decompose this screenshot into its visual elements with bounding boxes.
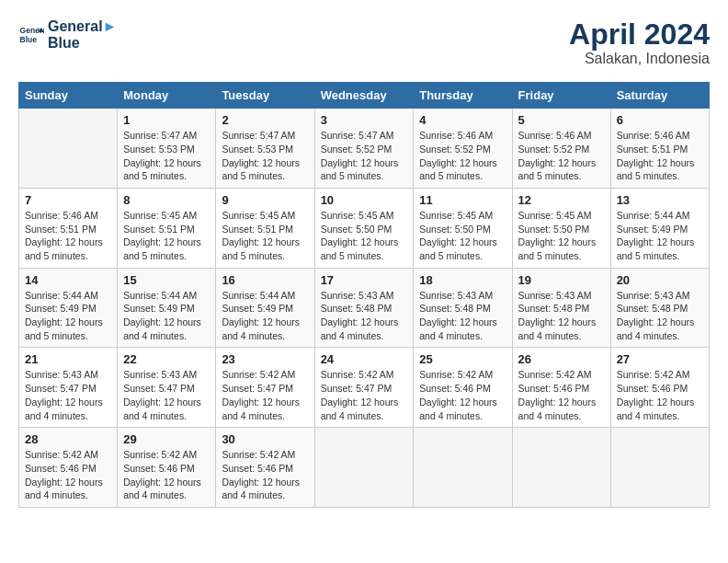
day-number: 22 bbox=[123, 352, 210, 366]
logo-text: General► bbox=[48, 18, 117, 35]
day-number: 18 bbox=[419, 273, 506, 287]
day-number: 6 bbox=[617, 113, 703, 127]
calendar-cell: 5Sunrise: 5:46 AM Sunset: 5:52 PM Daylig… bbox=[512, 109, 610, 189]
day-info: Sunrise: 5:42 AM Sunset: 5:47 PM Dayligh… bbox=[321, 368, 408, 422]
day-info: Sunrise: 5:42 AM Sunset: 5:46 PM Dayligh… bbox=[419, 368, 506, 422]
day-info: Sunrise: 5:46 AM Sunset: 5:52 PM Dayligh… bbox=[419, 129, 506, 183]
calendar-cell bbox=[610, 428, 709, 508]
calendar-cell: 7Sunrise: 5:46 AM Sunset: 5:51 PM Daylig… bbox=[19, 188, 118, 268]
weekday-header: Sunday bbox=[19, 83, 118, 109]
day-number: 25 bbox=[419, 352, 506, 366]
day-info: Sunrise: 5:47 AM Sunset: 5:53 PM Dayligh… bbox=[123, 129, 210, 183]
header-row: SundayMondayTuesdayWednesdayThursdayFrid… bbox=[19, 83, 710, 109]
calendar-cell: 10Sunrise: 5:45 AM Sunset: 5:50 PM Dayli… bbox=[314, 188, 414, 268]
day-info: Sunrise: 5:46 AM Sunset: 5:51 PM Dayligh… bbox=[25, 209, 111, 263]
calendar-cell: 27Sunrise: 5:42 AM Sunset: 5:46 PM Dayli… bbox=[610, 348, 709, 428]
day-info: Sunrise: 5:45 AM Sunset: 5:50 PM Dayligh… bbox=[321, 209, 408, 263]
day-number: 12 bbox=[518, 193, 605, 207]
calendar-cell: 8Sunrise: 5:45 AM Sunset: 5:51 PM Daylig… bbox=[118, 188, 216, 268]
calendar-cell bbox=[19, 109, 118, 189]
day-info: Sunrise: 5:43 AM Sunset: 5:47 PM Dayligh… bbox=[123, 368, 210, 422]
calendar-header: SundayMondayTuesdayWednesdayThursdayFrid… bbox=[19, 83, 710, 109]
day-info: Sunrise: 5:45 AM Sunset: 5:50 PM Dayligh… bbox=[518, 209, 605, 263]
day-info: Sunrise: 5:43 AM Sunset: 5:47 PM Dayligh… bbox=[25, 368, 111, 422]
day-info: Sunrise: 5:43 AM Sunset: 5:48 PM Dayligh… bbox=[321, 289, 408, 343]
calendar-cell: 6Sunrise: 5:46 AM Sunset: 5:51 PM Daylig… bbox=[610, 109, 709, 189]
day-info: Sunrise: 5:45 AM Sunset: 5:51 PM Dayligh… bbox=[123, 209, 210, 263]
calendar-cell: 21Sunrise: 5:43 AM Sunset: 5:47 PM Dayli… bbox=[19, 348, 118, 428]
calendar-cell: 3Sunrise: 5:47 AM Sunset: 5:52 PM Daylig… bbox=[314, 109, 414, 189]
title-block: April 2024 Salakan, Indonesia bbox=[569, 18, 710, 67]
calendar-week-row: 21Sunrise: 5:43 AM Sunset: 5:47 PM Dayli… bbox=[19, 348, 710, 428]
calendar-cell: 9Sunrise: 5:45 AM Sunset: 5:51 PM Daylig… bbox=[216, 188, 314, 268]
day-info: Sunrise: 5:46 AM Sunset: 5:51 PM Dayligh… bbox=[617, 129, 703, 183]
calendar-week-row: 1Sunrise: 5:47 AM Sunset: 5:53 PM Daylig… bbox=[19, 109, 710, 189]
day-info: Sunrise: 5:42 AM Sunset: 5:46 PM Dayligh… bbox=[518, 368, 605, 422]
day-number: 11 bbox=[419, 193, 506, 207]
svg-text:Blue: Blue bbox=[20, 34, 38, 43]
calendar-cell: 18Sunrise: 5:43 AM Sunset: 5:48 PM Dayli… bbox=[414, 268, 512, 348]
day-number: 5 bbox=[518, 113, 605, 127]
day-number: 24 bbox=[321, 352, 408, 366]
calendar-cell: 4Sunrise: 5:46 AM Sunset: 5:52 PM Daylig… bbox=[414, 109, 512, 189]
day-number: 30 bbox=[222, 432, 308, 446]
day-number: 8 bbox=[123, 193, 210, 207]
calendar-cell: 2Sunrise: 5:47 AM Sunset: 5:53 PM Daylig… bbox=[216, 109, 314, 189]
logo-icon: General Blue bbox=[18, 22, 44, 48]
day-info: Sunrise: 5:42 AM Sunset: 5:46 PM Dayligh… bbox=[617, 368, 703, 422]
calendar-cell: 23Sunrise: 5:42 AM Sunset: 5:47 PM Dayli… bbox=[216, 348, 314, 428]
calendar-cell bbox=[512, 428, 610, 508]
calendar-cell: 26Sunrise: 5:42 AM Sunset: 5:46 PM Dayli… bbox=[512, 348, 610, 428]
day-info: Sunrise: 5:47 AM Sunset: 5:53 PM Dayligh… bbox=[222, 129, 308, 183]
day-number: 14 bbox=[25, 273, 111, 287]
calendar-cell: 28Sunrise: 5:42 AM Sunset: 5:46 PM Dayli… bbox=[19, 428, 118, 508]
day-number: 28 bbox=[25, 432, 111, 446]
day-number: 10 bbox=[321, 193, 408, 207]
calendar-cell: 15Sunrise: 5:44 AM Sunset: 5:49 PM Dayli… bbox=[118, 268, 216, 348]
weekday-header: Monday bbox=[118, 83, 216, 109]
calendar-cell: 14Sunrise: 5:44 AM Sunset: 5:49 PM Dayli… bbox=[19, 268, 118, 348]
page-header: General Blue General► Blue April 2024 Sa… bbox=[18, 18, 710, 67]
day-number: 26 bbox=[518, 352, 605, 366]
location-title: Salakan, Indonesia bbox=[569, 51, 710, 67]
calendar-cell: 20Sunrise: 5:43 AM Sunset: 5:48 PM Dayli… bbox=[610, 268, 709, 348]
calendar-cell: 17Sunrise: 5:43 AM Sunset: 5:48 PM Dayli… bbox=[314, 268, 414, 348]
calendar-cell bbox=[414, 428, 512, 508]
calendar-cell: 1Sunrise: 5:47 AM Sunset: 5:53 PM Daylig… bbox=[118, 109, 216, 189]
weekday-header: Tuesday bbox=[216, 83, 314, 109]
day-info: Sunrise: 5:42 AM Sunset: 5:46 PM Dayligh… bbox=[222, 448, 308, 502]
calendar-week-row: 14Sunrise: 5:44 AM Sunset: 5:49 PM Dayli… bbox=[19, 268, 710, 348]
calendar-week-row: 7Sunrise: 5:46 AM Sunset: 5:51 PM Daylig… bbox=[19, 188, 710, 268]
weekday-header: Thursday bbox=[414, 83, 512, 109]
calendar-table: SundayMondayTuesdayWednesdayThursdayFrid… bbox=[18, 82, 710, 508]
day-info: Sunrise: 5:42 AM Sunset: 5:46 PM Dayligh… bbox=[25, 448, 111, 502]
day-number: 23 bbox=[222, 352, 308, 366]
day-number: 2 bbox=[222, 113, 308, 127]
day-info: Sunrise: 5:43 AM Sunset: 5:48 PM Dayligh… bbox=[518, 289, 605, 343]
calendar-cell: 29Sunrise: 5:42 AM Sunset: 5:46 PM Dayli… bbox=[118, 428, 216, 508]
day-number: 15 bbox=[123, 273, 210, 287]
weekday-header: Friday bbox=[512, 83, 610, 109]
logo: General Blue General► Blue bbox=[18, 18, 117, 51]
weekday-header: Saturday bbox=[610, 83, 709, 109]
day-number: 4 bbox=[419, 113, 506, 127]
calendar-cell: 13Sunrise: 5:44 AM Sunset: 5:49 PM Dayli… bbox=[610, 188, 709, 268]
day-number: 1 bbox=[123, 113, 210, 127]
day-info: Sunrise: 5:44 AM Sunset: 5:49 PM Dayligh… bbox=[222, 289, 308, 343]
calendar-cell: 22Sunrise: 5:43 AM Sunset: 5:47 PM Dayli… bbox=[118, 348, 216, 428]
day-number: 20 bbox=[617, 273, 703, 287]
day-info: Sunrise: 5:46 AM Sunset: 5:52 PM Dayligh… bbox=[518, 129, 605, 183]
calendar-cell: 16Sunrise: 5:44 AM Sunset: 5:49 PM Dayli… bbox=[216, 268, 314, 348]
logo-text2: Blue bbox=[48, 35, 117, 52]
day-number: 21 bbox=[25, 352, 111, 366]
calendar-week-row: 28Sunrise: 5:42 AM Sunset: 5:46 PM Dayli… bbox=[19, 428, 710, 508]
calendar-cell: 25Sunrise: 5:42 AM Sunset: 5:46 PM Dayli… bbox=[414, 348, 512, 428]
day-info: Sunrise: 5:44 AM Sunset: 5:49 PM Dayligh… bbox=[123, 289, 210, 343]
day-info: Sunrise: 5:43 AM Sunset: 5:48 PM Dayligh… bbox=[419, 289, 506, 343]
day-number: 13 bbox=[617, 193, 703, 207]
calendar-cell bbox=[314, 428, 414, 508]
day-number: 16 bbox=[222, 273, 308, 287]
calendar-body: 1Sunrise: 5:47 AM Sunset: 5:53 PM Daylig… bbox=[19, 109, 710, 508]
day-number: 27 bbox=[617, 352, 703, 366]
day-number: 17 bbox=[321, 273, 408, 287]
